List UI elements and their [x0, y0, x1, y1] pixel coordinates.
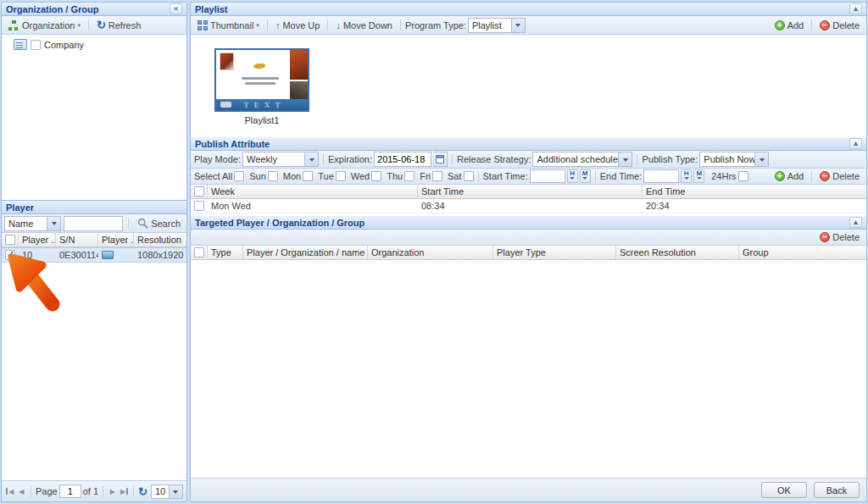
player-row-checkbox[interactable] [5, 250, 15, 260]
publish-type-select[interactable]: Publish Now [699, 152, 769, 167]
release-strategy-value: Additional schedule [533, 154, 618, 164]
tree-item-company[interactable]: Company [14, 39, 186, 50]
move-down-label: Move Down [343, 20, 392, 30]
end-time-label: End Time: [600, 171, 643, 181]
first-page-icon[interactable]: ◀ [5, 485, 15, 498]
hrs24-checkbox[interactable] [738, 171, 748, 181]
player-header: Player [2, 201, 186, 214]
arrow-down-icon: ↓ [336, 20, 341, 30]
start-time-label: Start Time: [483, 171, 528, 181]
collapse-up-icon[interactable]: ▴ [849, 138, 862, 149]
column-week[interactable]: Week [208, 185, 418, 198]
schedule-delete-button[interactable]: − Delete [816, 170, 863, 182]
play-mode-select[interactable]: Weekly [242, 152, 319, 167]
select-all-checkbox[interactable] [234, 171, 244, 181]
expiration-input[interactable] [374, 152, 431, 167]
program-type-value: Playlist [469, 20, 511, 30]
ok-button[interactable]: OK [761, 482, 807, 498]
hrs24-label: 24Hrs [711, 171, 736, 181]
page-size-select[interactable]: 10 [151, 485, 183, 499]
day-wed-checkbox[interactable] [371, 171, 381, 181]
column-player-type[interactable]: Player ... [98, 233, 134, 246]
day-thu-label: Thu [387, 171, 403, 181]
prev-page-icon[interactable]: ◀ [17, 485, 27, 498]
end-hour-spinner[interactable]: H [681, 169, 692, 183]
select-all-checkbox-cell[interactable] [2, 233, 19, 246]
column-player-org-name[interactable]: Player / Organization / name [243, 246, 368, 259]
refresh-button[interactable]: ↻ Refresh [93, 19, 144, 31]
day-fri-checkbox[interactable] [432, 171, 442, 181]
move-up-button[interactable]: ↑ Move Up [272, 19, 324, 31]
play-mode-label: Play Mode: [194, 154, 241, 164]
start-minute-spinner[interactable]: M [580, 169, 591, 183]
next-page-icon[interactable]: ▶ [108, 485, 118, 498]
refresh-icon[interactable]: ↻ [138, 487, 147, 496]
column-type[interactable]: Type [208, 246, 243, 259]
schedule-row-item[interactable]: Mon Wed 08:34 20:34 [191, 199, 866, 213]
column-resolution[interactable]: Resolution [134, 233, 186, 246]
column-player-name[interactable]: Player ... [19, 233, 56, 246]
day-mon-checkbox[interactable] [303, 171, 313, 181]
column-group[interactable]: Group [739, 246, 866, 259]
release-strategy-select[interactable]: Additional schedule [532, 152, 632, 167]
toolbar-separator [595, 171, 596, 182]
chevron-down-icon: ▾ [256, 22, 259, 29]
collapse-up-icon[interactable]: ▴ [849, 217, 862, 228]
thumbnail-text-line [242, 77, 279, 80]
day-sat-checkbox[interactable] [464, 171, 474, 181]
playlist-item[interactable]: T E X T Playlist1 [214, 48, 309, 125]
company-checkbox[interactable] [31, 40, 41, 50]
collapse-up-icon[interactable]: ▴ [849, 3, 862, 14]
search-field-select[interactable]: Name [4, 216, 61, 231]
organization-menu-button[interactable]: Organization ▾ [5, 19, 84, 31]
date-picker-button[interactable] [433, 152, 448, 167]
column-player-type[interactable]: Player Type [493, 246, 616, 259]
player-pagination: ◀ ◀ Page of 1 ▶ ▶ ↻ 10 [2, 480, 186, 501]
column-organization[interactable]: Organization [368, 246, 493, 259]
end-minute-spinner[interactable]: M [693, 169, 704, 183]
player-row[interactable]: 10 0E300114 1080x1920 [2, 247, 186, 263]
day-tue-checkbox[interactable] [336, 171, 346, 181]
schedule-row-checkbox[interactable] [194, 201, 204, 211]
refresh-icon: ↻ [97, 20, 106, 30]
program-type-select[interactable]: Playlist [468, 18, 526, 33]
ticker-text: T E X T [231, 101, 308, 109]
grid-view-icon [198, 20, 208, 30]
playlist-delete-button[interactable]: − Delete [816, 19, 863, 31]
day-thu-checkbox[interactable] [404, 171, 415, 181]
select-all-checkbox-cell[interactable] [191, 246, 208, 259]
search-button[interactable]: Search [134, 217, 184, 230]
toolbar-separator [88, 19, 89, 30]
back-button[interactable]: Back [814, 482, 860, 498]
organization-group-title: Organization / Group [6, 4, 98, 14]
move-down-button[interactable]: ↓ Move Down [332, 19, 396, 31]
column-screen-resolution[interactable]: Screen Resolution [616, 246, 739, 259]
targeted-grid-header: Type Player / Organization / name Organi… [191, 246, 866, 260]
targeted-delete-button[interactable]: − Delete [816, 231, 863, 243]
player-title: Player [6, 202, 34, 213]
delete-label: Delete [832, 232, 860, 242]
day-sun-checkbox[interactable] [268, 171, 278, 181]
header-checkbox[interactable] [5, 235, 15, 245]
playlist-add-button[interactable]: + Add [771, 19, 808, 31]
header-checkbox[interactable] [194, 186, 204, 197]
schedule-add-button[interactable]: + Add [771, 170, 808, 182]
column-sn[interactable]: S/N [56, 233, 98, 246]
last-page-icon[interactable]: ▶ [120, 485, 130, 498]
search-input[interactable] [64, 216, 123, 231]
collapse-left-icon[interactable]: « [170, 3, 182, 14]
header-checkbox[interactable] [194, 247, 204, 258]
column-start-time[interactable]: Start Time [418, 185, 643, 198]
tree-item-label: Company [44, 40, 84, 50]
organization-node-icon [14, 39, 27, 50]
end-time-input[interactable] [643, 169, 679, 183]
page-label: Page [36, 486, 58, 496]
start-hour-spinner[interactable]: H [567, 169, 578, 183]
select-all-checkbox-cell[interactable] [191, 185, 208, 198]
start-time-input[interactable] [530, 169, 565, 183]
arrow-up-icon: ↑ [275, 20, 281, 30]
org-chart-icon [8, 20, 19, 30]
page-number-input[interactable] [59, 485, 81, 498]
column-end-time[interactable]: End Time [643, 185, 866, 198]
thumbnail-view-button[interactable]: Thumbnail ▾ [194, 19, 263, 31]
